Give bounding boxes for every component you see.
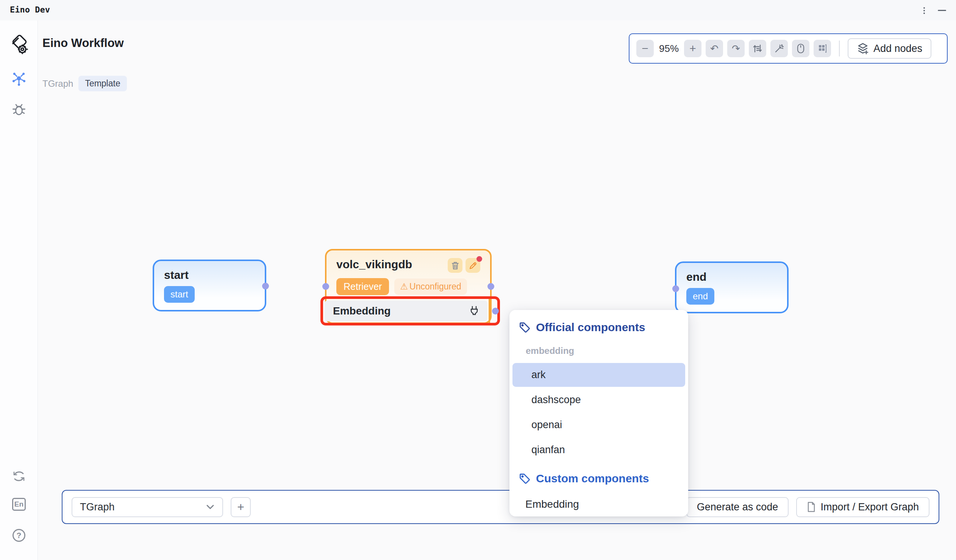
chevron-down-icon xyxy=(206,504,215,510)
node-type-badge: start xyxy=(164,286,195,303)
connection-handle[interactable] xyxy=(487,283,494,290)
trash-icon xyxy=(451,261,459,270)
window-titlebar: Eino Dev xyxy=(0,0,956,20)
official-components-heading: Official components xyxy=(509,319,688,336)
delete-node-button[interactable] xyxy=(448,258,462,273)
plug-icon xyxy=(469,305,479,317)
zoom-in-button[interactable]: + xyxy=(684,40,701,57)
file-icon xyxy=(807,501,816,513)
template-badge[interactable]: Template xyxy=(79,76,126,91)
connection-handle[interactable] xyxy=(322,283,329,290)
redo-button[interactable]: ↷ xyxy=(727,40,745,57)
help-icon[interactable]: ? xyxy=(0,529,38,542)
menu-item-ark[interactable]: ark xyxy=(513,363,685,387)
mouse-mode-icon[interactable] xyxy=(792,40,810,57)
app-title: Eino Dev xyxy=(10,5,50,14)
toolbar-divider xyxy=(839,41,840,57)
retriever-node[interactable]: volc_vikingdb xyxy=(325,249,492,324)
end-node[interactable]: end end xyxy=(675,261,789,313)
add-nodes-button[interactable]: Add nodes xyxy=(848,38,931,59)
embedding-slot[interactable]: Embedding xyxy=(325,300,487,321)
kebab-menu-icon[interactable] xyxy=(920,6,928,16)
zoom-level: 95% xyxy=(658,43,680,55)
add-graph-button[interactable]: + xyxy=(231,497,251,517)
warning-icon: ⚠ xyxy=(400,282,408,292)
zoom-out-button[interactable]: − xyxy=(636,40,654,57)
graph-select[interactable]: TGraph xyxy=(72,497,223,517)
breadcrumb: TGraph Template xyxy=(42,76,127,91)
node-title: end xyxy=(686,271,777,283)
tag-icon xyxy=(519,473,531,484)
status-badge: ⚠ Unconfigured xyxy=(394,278,467,295)
menu-item-openai[interactable]: openai xyxy=(513,413,685,437)
connection-handle[interactable] xyxy=(492,308,499,315)
layers-plus-icon xyxy=(857,42,869,55)
slot-label: Embedding xyxy=(333,305,390,317)
generate-code-button[interactable]: Generate as code xyxy=(686,497,789,517)
sidebar-item-graph[interactable] xyxy=(0,71,38,87)
menu-item-qianfan[interactable]: qianfan xyxy=(513,438,685,462)
import-export-button[interactable]: Import / Export Graph xyxy=(796,497,929,517)
graph-name-label[interactable]: TGraph xyxy=(42,79,73,89)
node-title: start xyxy=(164,269,255,282)
component-picker-menu: Official components embedding ark dashsc… xyxy=(509,310,688,516)
connection-handle[interactable] xyxy=(262,283,269,289)
pencil-icon xyxy=(469,261,477,270)
magic-wand-icon[interactable] xyxy=(770,40,788,57)
add-nodes-label: Add nodes xyxy=(873,43,922,55)
start-node[interactable]: start start xyxy=(153,260,266,311)
edit-node-button[interactable] xyxy=(465,258,480,273)
node-type-badge: Retriever xyxy=(336,278,389,295)
node-type-badge: end xyxy=(686,288,714,305)
graph-select-value: TGraph xyxy=(80,501,115,513)
graph-tabs-bar: TGraph + Generate as code Import / Expor… xyxy=(62,490,939,524)
minimap-icon[interactable] xyxy=(814,40,831,57)
page-title: Eino Workflow xyxy=(42,36,124,50)
eino-logo-icon xyxy=(0,34,38,55)
sidebar-item-debug[interactable] xyxy=(0,102,38,117)
refresh-icon[interactable] xyxy=(0,470,38,483)
node-border-segment xyxy=(489,299,490,323)
node-title: volc_vikingdb xyxy=(336,258,412,271)
embedding-slot-highlight: Embedding xyxy=(321,296,500,326)
menu-item-dashscope[interactable]: dashscope xyxy=(513,388,685,412)
component-group-label: embedding xyxy=(509,346,688,356)
language-icon[interactable]: En xyxy=(0,498,38,511)
connection-handle[interactable] xyxy=(672,285,679,292)
left-sidebar: En ? xyxy=(0,20,38,560)
notification-dot xyxy=(476,256,482,262)
auto-layout-icon[interactable] xyxy=(749,40,766,57)
workflow-editor: Eino Dev xyxy=(0,0,956,560)
canvas-toolbar: − 95% + ↶ ↷ xyxy=(629,33,948,64)
minimize-icon[interactable] xyxy=(938,10,946,11)
custom-components-heading: Custom components xyxy=(509,470,688,487)
menu-item-embedding[interactable]: Embedding xyxy=(513,492,685,516)
tag-icon xyxy=(519,322,531,333)
undo-button[interactable]: ↶ xyxy=(706,40,723,57)
